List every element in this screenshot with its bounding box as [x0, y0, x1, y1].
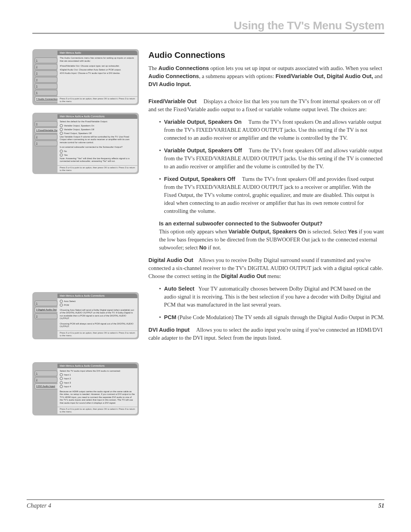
tv-screenshot-audio-connections: 1 2 3 4 5 6 7 Audio Connections Main Men…	[32, 49, 139, 105]
digital-audio-out-desc: Digital Audio Out Allows you to receive …	[148, 256, 384, 280]
desc: Use Variable Output if volume will be co…	[60, 136, 135, 144]
chapter-title: Using the TV's Menu System	[32, 19, 384, 34]
footer-hint: Press 5 or 6 to point to an option, then…	[57, 407, 137, 414]
menu-btn: 3	[35, 141, 57, 146]
breadcrumb: Main Menu ▸ Audio ▸ Audio Connections	[57, 364, 137, 368]
menu-btn: 3	[35, 313, 57, 319]
breadcrumb: Main Menu ▸ Audio ▸ Audio Connections	[57, 294, 137, 298]
tv-screenshot-digital-audio-out: 1 2 Digital Audio Out 3 Main Menu ▸ Audi…	[32, 292, 139, 339]
radio-icon	[60, 300, 63, 303]
menu-btn: 5	[35, 83, 57, 89]
menu-btn: 2	[35, 134, 57, 140]
menu-btn: 0	[35, 121, 57, 127]
radio-icon	[60, 150, 63, 153]
opt: Fixed Output, Speakers Off	[64, 132, 92, 134]
radio-icon	[60, 373, 63, 376]
menu-btn: 2	[35, 64, 57, 70]
subwoofer-question: Is an external subwoofer connected to th…	[159, 220, 384, 252]
radio-icon	[60, 385, 63, 388]
menu-btn: 1	[35, 371, 57, 376]
desc: •Digital Audio Out: Choose either Auto S…	[60, 69, 135, 72]
desc: Choosing Auto Select will send a Dolby D…	[60, 309, 135, 320]
opt: Input 2	[64, 377, 71, 380]
menu-btn: 6	[35, 90, 57, 96]
desc: Select the default for the Fixed/Variabl…	[60, 120, 135, 123]
radio-icon	[60, 153, 63, 157]
desc: Because an HDMI output carries the audio…	[60, 390, 135, 405]
desc: •DVI Audio Input: Choose a TV audio inpu…	[60, 72, 135, 75]
menu-btn: 2	[35, 377, 57, 383]
footer-hint: Press 5 or 6 to point to an option, then…	[57, 165, 137, 173]
radio-icon	[60, 132, 63, 135]
bullet-fixed-off: •Fixed Output, Speakers Off Turns the TV…	[159, 175, 384, 215]
menu-btn: 1	[35, 58, 57, 63]
bullet-auto-select: •Auto Select Your TV automatically choos…	[159, 285, 384, 309]
menu-btn: 3	[35, 70, 57, 76]
radio-icon	[60, 124, 63, 127]
desc: Choosing PCM will always send a PCM sign…	[60, 323, 135, 328]
radio-icon	[60, 128, 63, 131]
breadcrumb: Main Menu ▸ Audio ▸ Audio Connections	[57, 114, 137, 119]
chapter-label: Chapter 4	[27, 502, 51, 509]
tv-screenshot-dvi-audio-input: 1 2 3 DVI Audio Input Main Menu ▸ Audio …	[32, 362, 139, 415]
desc: The Audio Connections menu has screens f…	[60, 57, 135, 62]
breadcrumb: Main Menu ▸ Audio	[57, 51, 137, 55]
page-footer: Chapter 4 51	[27, 499, 384, 509]
opt: Input 4	[64, 385, 71, 387]
footer-hint: Press 5 or 6 to point to an option, then…	[57, 96, 137, 104]
opt: Auto Select	[64, 300, 76, 302]
opt: No	[64, 150, 67, 152]
footer-hint: Press 5 or 6 to point to an option, then…	[57, 331, 137, 338]
bullet-var-off: •Variable Output, Speakers Off Turns the…	[159, 147, 384, 171]
body-text: Audio Connections The Audio Connections …	[148, 49, 384, 415]
bullet-var-on: •Variable Output, Speakers On Turns the …	[159, 118, 384, 142]
desc: Select the TV audio input where the DVI …	[60, 370, 135, 373]
opt: Yes	[64, 153, 68, 156]
opt: Variable Output, Speakers Off	[64, 128, 94, 130]
desc: Note: Answering "Yes" will direct the lo…	[60, 157, 135, 163]
opt: Variable Output, Speakers On	[64, 124, 94, 126]
opt: PCM	[64, 304, 69, 306]
opt: Input 1	[64, 374, 71, 376]
tv-screenshot-fixed-variable: 0 1 Fixed/Variable Out 2 3 Main Menu ▸ A…	[32, 113, 139, 174]
radio-icon	[60, 304, 63, 307]
desc: Is an external subwoofer connected to th…	[60, 146, 135, 149]
menu-btn: 1	[35, 300, 57, 306]
menu-btn: 4	[35, 77, 57, 83]
bullet-pcm: •PCM (Pulse Code Modulation) The TV send…	[159, 313, 384, 321]
desc: •Fixed/Variable Out: Choose output type;…	[60, 65, 135, 68]
screenshot-column: 1 2 3 4 5 6 7 Audio Connections Main Men…	[32, 49, 139, 415]
section-title: Audio Connections	[148, 49, 384, 61]
radio-icon	[60, 377, 63, 380]
fixed-variable-out-desc: Fixed/Variable Out Displays a choice lis…	[148, 97, 384, 113]
dvi-audio-input-desc: DVI Audio Input Allows you to select the…	[148, 326, 384, 342]
page-number: 51	[378, 502, 384, 509]
radio-icon	[60, 381, 63, 384]
intro-paragraph: The Audio Connections option lets you se…	[148, 64, 384, 88]
opt: Input 3	[64, 381, 71, 383]
